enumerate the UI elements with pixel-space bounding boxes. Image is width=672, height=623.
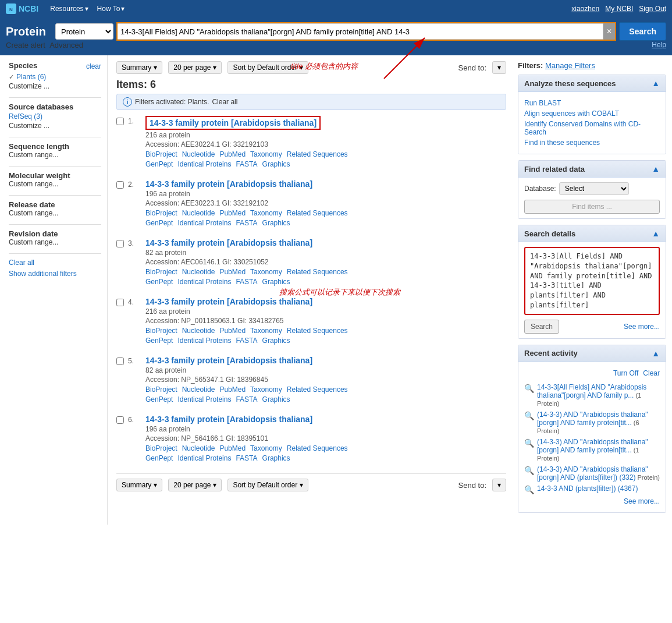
recent-item-text-3[interactable]: (14-3-3) AND "Arabidopsis thaliana" [por…	[537, 438, 660, 462]
link-genpept[interactable]: GenPept	[145, 278, 173, 286]
clear-all-link[interactable]: Clear all	[9, 259, 101, 267]
resources-menu[interactable]: Resources ▾	[47, 3, 91, 14]
find-related-collapse-btn[interactable]: ▲	[652, 164, 660, 174]
revision-custom[interactable]: Custom range...	[9, 238, 58, 246]
link-fasta[interactable]: FASTA	[236, 160, 257, 168]
link-graphics[interactable]: Graphics	[262, 219, 290, 227]
sendto-dropdown[interactable]: ▾	[492, 61, 506, 74]
result-checkbox-1[interactable]	[116, 118, 124, 125]
link-bioproject[interactable]: BioProject	[145, 209, 177, 217]
show-filters-link[interactable]: Show additional filters	[9, 270, 101, 278]
link-pubmed[interactable]: PubMed	[219, 385, 246, 394]
link-genpept[interactable]: GenPept	[145, 160, 173, 168]
result-title-3[interactable]: 14-3-3 family protein [Arabidopsis thali…	[145, 238, 312, 247]
recent-item-text-2[interactable]: (14-3-3) AND "Arabidopsis thaliana" [por…	[537, 410, 660, 435]
howto-menu[interactable]: How To ▾	[94, 3, 128, 14]
link-pubmed[interactable]: PubMed	[219, 268, 246, 276]
link-nucleotide[interactable]: Nucleotide	[182, 327, 215, 335]
link-taxonomy[interactable]: Taxonomy	[250, 327, 282, 335]
link-pubmed[interactable]: PubMed	[219, 327, 246, 335]
result-title-2[interactable]: 14-3-3 family protein [Arabidopsis thali…	[145, 179, 312, 189]
result-checkbox-2[interactable]	[116, 181, 124, 189]
link-nucleotide[interactable]: Nucleotide	[182, 268, 215, 276]
result-title-5[interactable]: 14-3-3 family protein [Arabidopsis thali…	[145, 356, 312, 365]
link-taxonomy[interactable]: Taxonomy	[250, 444, 282, 452]
analyze-collapse-btn[interactable]: ▲	[652, 79, 660, 88]
link-fasta[interactable]: FASTA	[236, 454, 257, 462]
search-details-see-more[interactable]: See more...	[624, 323, 660, 331]
username-link[interactable]: xiaozhen	[571, 5, 599, 13]
link-pubmed[interactable]: PubMed	[219, 209, 246, 217]
link-related-sequences[interactable]: Related Sequences	[287, 444, 348, 452]
link-identical-proteins[interactable]: Identical Proteins	[177, 454, 231, 462]
link-graphics[interactable]: Graphics	[262, 160, 290, 168]
link-nucleotide[interactable]: Nucleotide	[182, 385, 215, 394]
result-title-4[interactable]: 14-3-3 family protein [Arabidopsis thali…	[145, 297, 312, 306]
result-checkbox-5[interactable]	[116, 357, 124, 365]
link-fasta[interactable]: FASTA	[236, 278, 257, 286]
link-pubmed[interactable]: PubMed	[219, 150, 246, 158]
molweight-custom[interactable]: Custom range...	[9, 180, 58, 188]
species-clear[interactable]: clear	[86, 62, 101, 70]
link-related-sequences[interactable]: Related Sequences	[287, 268, 348, 276]
link-identical-proteins[interactable]: Identical Proteins	[177, 160, 231, 168]
search-details-collapse-btn[interactable]: ▲	[652, 229, 660, 238]
species-customize[interactable]: Customize ...	[9, 82, 49, 90]
run-blast-link[interactable]: Run BLAST	[524, 99, 660, 107]
my-ncbi-link[interactable]: My NCBI	[605, 5, 633, 13]
bottom-summary-dropdown[interactable]: Summary ▾	[116, 479, 162, 491]
link-identical-proteins[interactable]: Identical Proteins	[177, 337, 231, 345]
link-fasta[interactable]: FASTA	[236, 219, 257, 227]
help-link[interactable]: Help	[652, 41, 666, 49]
link-fasta[interactable]: FASTA	[236, 337, 257, 345]
related-db-select[interactable]: Select PubMed Nucleotide Gene	[559, 182, 629, 195]
link-related-sequences[interactable]: Related Sequences	[287, 209, 348, 217]
bottom-perpage-dropdown[interactable]: 20 per page ▾	[168, 479, 222, 491]
release-custom[interactable]: Custom range...	[9, 209, 58, 217]
search-button[interactable]: Search	[619, 22, 666, 41]
plants-filter-link[interactable]: Plants (6)	[16, 73, 46, 81]
recent-item-text-4[interactable]: (14-3-3) AND "Arabidopsis thaliana" [por…	[537, 465, 660, 482]
clear-all-filters-link[interactable]: Clear all	[212, 98, 237, 106]
db-select[interactable]: Protein	[55, 23, 113, 40]
find-in-link[interactable]: Find in these sequences	[524, 139, 660, 147]
link-bioproject[interactable]: BioProject	[145, 327, 177, 335]
link-fasta[interactable]: FASTA	[236, 395, 257, 403]
bottom-sendto-dropdown[interactable]: ▾	[492, 479, 506, 491]
link-identical-proteins[interactable]: Identical Proteins	[177, 278, 231, 286]
link-identical-proteins[interactable]: Identical Proteins	[177, 219, 231, 227]
refseq-filter-link[interactable]: RefSeq (3)	[9, 112, 42, 121]
result-title-1[interactable]: 14-3-3 family protein [Arabidopsis thali…	[145, 116, 321, 130]
clear-input-button[interactable]: ✕	[603, 23, 615, 40]
link-taxonomy[interactable]: Taxonomy	[250, 209, 282, 217]
link-nucleotide[interactable]: Nucleotide	[182, 444, 215, 452]
link-graphics[interactable]: Graphics	[262, 278, 290, 286]
result-checkbox-4[interactable]	[116, 299, 124, 306]
search-details-search-btn[interactable]: Search	[524, 320, 559, 334]
align-cobalt-link[interactable]: Align sequences with COBALT	[524, 109, 660, 118]
recent-item-text-1[interactable]: 14-3-3[All Fields] AND "Arabidopsis thal…	[537, 383, 660, 408]
link-genpept[interactable]: GenPept	[145, 219, 173, 227]
result-checkbox-6[interactable]	[116, 416, 124, 424]
link-graphics[interactable]: Graphics	[262, 454, 290, 462]
link-bioproject[interactable]: BioProject	[145, 385, 177, 394]
link-identical-proteins[interactable]: Identical Proteins	[177, 395, 231, 403]
summary-dropdown[interactable]: Summary ▾	[116, 61, 162, 74]
link-genpept[interactable]: GenPept	[145, 395, 173, 403]
link-taxonomy[interactable]: Taxonomy	[250, 150, 282, 158]
link-graphics[interactable]: Graphics	[262, 395, 290, 403]
recent-see-more[interactable]: See more...	[524, 497, 660, 505]
link-nucleotide[interactable]: Nucleotide	[182, 209, 215, 217]
link-genpept[interactable]: GenPept	[145, 454, 173, 462]
link-bioproject[interactable]: BioProject	[145, 444, 177, 452]
manage-filters-link[interactable]: Manage Filters	[545, 61, 595, 70]
link-genpept[interactable]: GenPept	[145, 337, 173, 345]
recent-activity-collapse-btn[interactable]: ▲	[652, 349, 660, 358]
link-bioproject[interactable]: BioProject	[145, 268, 177, 276]
clear-activity-link[interactable]: Clear	[643, 369, 660, 377]
bottom-sort-dropdown[interactable]: Sort by Default order ▾	[227, 479, 308, 491]
link-related-sequences[interactable]: Related Sequences	[287, 327, 348, 335]
sign-out-link[interactable]: Sign Out	[639, 5, 666, 13]
link-taxonomy[interactable]: Taxonomy	[250, 268, 282, 276]
search-input[interactable]	[118, 23, 603, 40]
